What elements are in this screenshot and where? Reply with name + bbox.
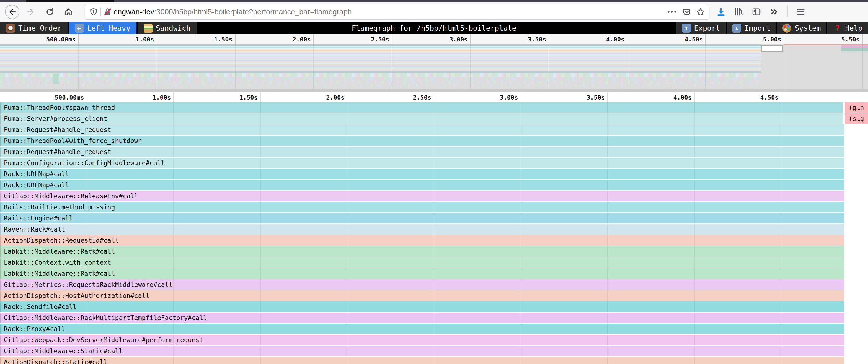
ruler-tick	[521, 92, 521, 102]
forward-icon	[27, 7, 35, 16]
minimap-gridline	[627, 44, 627, 89]
flame-frame[interactable]: Puma::Request#handle_request	[0, 146, 844, 157]
flame-row: Gitlab::Webpack::DevServerMiddleware#per…	[0, 335, 868, 345]
help-label: Help	[845, 24, 863, 32]
ruler-tick	[862, 34, 863, 44]
minimap-ruler: 500.00ms1.00s1.50s2.00s2.50s3.00s3.50s4.…	[0, 34, 868, 44]
shield-icon[interactable]	[89, 8, 98, 16]
system-button[interactable]: System	[777, 22, 826, 34]
ruler-tick-label: 1.00s	[135, 34, 154, 44]
tab-sandwich-label: Sandwich	[156, 24, 190, 32]
flame-frame[interactable]: Raven::Rack#call	[0, 224, 844, 235]
flame-frame[interactable]: Puma::Server#process_client	[0, 113, 842, 124]
flame-frame[interactable]: Gitlab::Metrics::RequestsRackMiddleware#…	[0, 279, 844, 290]
flame-frame[interactable]: Gitlab::Webpack::DevServerMiddleware#per…	[0, 335, 844, 345]
url-text[interactable]: engwan-dev:3000/h5bp/html5-boilerplate?p…	[114, 8, 352, 16]
flame-frame[interactable]: Rack::Sendfile#call	[0, 301, 844, 312]
import-button[interactable]: ↓ Import	[727, 22, 776, 34]
ruler-tick	[470, 34, 471, 44]
sidebar-icon[interactable]	[752, 7, 761, 16]
flame-frame[interactable]: Puma::Configuration::ConfigMiddleware#ca…	[0, 158, 844, 168]
menu-hamburger-icon[interactable]	[796, 7, 805, 16]
minimap-gridline	[313, 44, 314, 89]
flame-row: ActionDispatch::Static#call	[0, 357, 868, 364]
ruler-tick	[313, 34, 314, 44]
url-bar[interactable]: engwan-dev:3000/h5bp/html5-boilerplate?p…	[85, 4, 709, 20]
flame-frame[interactable]: Rack::URLMap#call	[0, 180, 844, 190]
overflow-chevrons-icon[interactable]	[770, 7, 779, 16]
browser-toolbar: engwan-dev:3000/h5bp/html5-boilerplate?p…	[0, 2, 868, 22]
flame-row: Gitlab::Middleware::RackMultipartTempfil…	[0, 312, 868, 323]
minimap-viewport-box[interactable]	[761, 45, 783, 52]
flame-frame[interactable]: ActionDispatch::Static#call	[0, 357, 844, 364]
flame-frame[interactable]: ActionDispatch::RequestId#call	[0, 235, 844, 245]
back-button[interactable]	[5, 5, 20, 19]
reload-button[interactable]	[45, 7, 54, 16]
frame-label: (g…n	[845, 104, 864, 111]
flame-frame[interactable]: Puma::Request#handle_request	[0, 125, 844, 135]
frame-label: Puma::ThreadPool#spawn_thread	[0, 104, 115, 111]
ruler-tick-label: 500.00ms	[55, 92, 84, 102]
flame-frame[interactable]: ActionDispatch::HostAuthorization#call	[0, 290, 844, 301]
ruler-tick-label: 3.00s	[449, 34, 467, 44]
frame-label: Rack::Sendfile#call	[0, 303, 77, 310]
help-button[interactable]: ? Help	[827, 22, 868, 34]
ruler-tick	[347, 92, 347, 102]
minimap-divider	[0, 89, 868, 92]
bookmark-star-icon[interactable]	[696, 7, 705, 16]
minimap-gridline	[78, 44, 79, 89]
frame-label: Puma::Server#process_client	[0, 115, 107, 122]
flame-frame[interactable]: Puma::ThreadPool#spawn_thread	[0, 102, 842, 113]
flame-frame-gc[interactable]: (g…n	[845, 102, 868, 113]
flame-frame[interactable]: Gitlab::Middleware::RackMultipartTempfil…	[0, 312, 844, 323]
ruler-tick-label: 1.50s	[214, 34, 232, 44]
tab-time-order-label: Time Order	[18, 24, 62, 32]
minimap-gc-pink-stripe	[841, 45, 868, 48]
flame-frame[interactable]: Gitlab::Middleware::ReleaseEnv#call	[0, 191, 844, 201]
pocket-icon[interactable]	[682, 7, 691, 16]
ruler-tick	[260, 92, 261, 102]
page-actions-icon[interactable]: •••	[668, 8, 677, 15]
flame-row: ActionDispatch::HostAuthorization#call	[0, 290, 868, 301]
flame-frame[interactable]: Labkit::Middleware::Rack#call	[0, 268, 844, 279]
flame-row: Gitlab::Metrics::RequestsRackMiddleware#…	[0, 279, 868, 290]
frame-label: Gitlab::Metrics::RequestsRackMiddleware#…	[0, 281, 173, 288]
urlbar-divider	[100, 7, 101, 16]
flame-frame[interactable]: Rack::Proxy#call	[0, 324, 844, 334]
ruler-tick-label: 3.50s	[528, 34, 546, 44]
minimap-gridline	[392, 44, 392, 89]
minimap-depth-band	[0, 84, 761, 87]
toolbar-divider	[787, 6, 788, 18]
ruler-tick	[781, 92, 781, 102]
flame-frame-gc[interactable]: (s…g	[845, 113, 868, 124]
tab-left-heavy[interactable]: ← Left Heavy	[69, 22, 137, 34]
minimap[interactable]	[0, 44, 868, 89]
minimap-depth-band	[0, 73, 761, 77]
export-button[interactable]: ↑ Export	[677, 22, 726, 34]
insecure-lock-icon[interactable]	[103, 8, 112, 16]
frame-label: Rack::URLMap#call	[0, 181, 69, 189]
downloads-icon[interactable]	[716, 7, 726, 16]
flame-frame[interactable]: Labkit::Context.with_context	[0, 257, 844, 268]
ruler-tick-label: 4.50s	[760, 92, 778, 102]
home-button[interactable]	[64, 7, 73, 16]
flame-frame[interactable]: Puma::ThreadPool#with_force_shutdown	[0, 135, 844, 146]
flamegraph-view[interactable]: Puma::ThreadPool#spawn_thread(g…nPuma::S…	[0, 102, 868, 364]
flame-frame[interactable]: Rack::URLMap#call	[0, 169, 844, 179]
ruler-tick	[705, 34, 706, 44]
frame-label: ActionDispatch::RequestId#call	[0, 237, 119, 244]
flame-frame[interactable]: Gitlab::Middleware::Static#call	[0, 346, 844, 356]
forward-button[interactable]	[27, 7, 35, 16]
ruler-tick-label: 1.50s	[240, 92, 258, 102]
ruler-tick-label: 1.00s	[153, 92, 171, 102]
ruler-tick-label: 5.00s	[763, 34, 781, 44]
tab-time-order[interactable]: Time Order	[0, 22, 68, 34]
flame-row: Labkit::Middleware::Rack#call	[0, 268, 868, 279]
flame-frame[interactable]: Labkit::Middleware::Rack#call	[0, 246, 844, 257]
tab-left-heavy-label: Left Heavy	[87, 24, 131, 32]
flame-frame[interactable]: Rails::Railtie.method_missing	[0, 202, 844, 212]
minimap-depth-band	[0, 81, 761, 84]
tab-sandwich[interactable]: Sandwich	[137, 22, 196, 34]
flame-frame[interactable]: Rails::Engine#call	[0, 213, 844, 224]
library-icon[interactable]	[734, 7, 743, 16]
